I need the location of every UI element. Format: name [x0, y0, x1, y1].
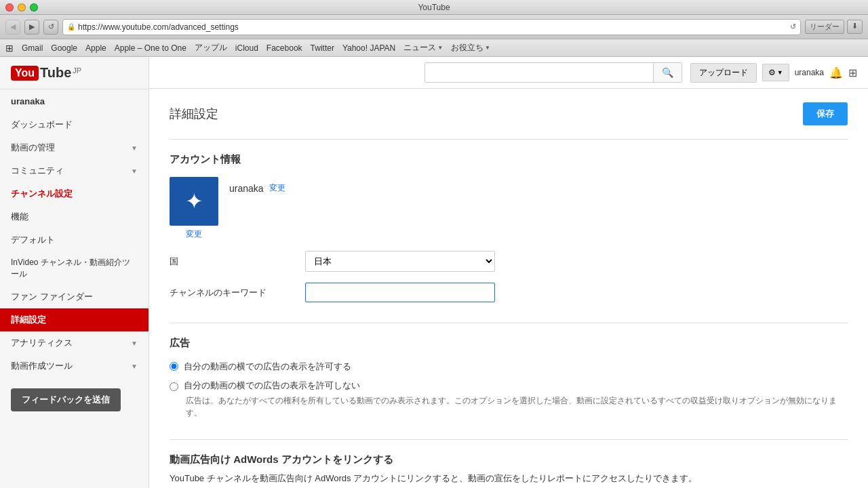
sidebar-username: uranaka: [0, 89, 149, 113]
forward-button[interactable]: ▶: [24, 20, 39, 35]
reload-icon: ↺: [790, 22, 796, 31]
sidebar-item-dashboard[interactable]: ダッシュボード: [0, 113, 149, 136]
bookmark-yahoo[interactable]: Yahoo! JAPAN: [342, 43, 395, 53]
window-controls[interactable]: [5, 3, 38, 12]
keyword-input[interactable]: [305, 283, 495, 302]
upload-button[interactable]: アップロード: [690, 63, 757, 83]
sidebar-item-videos[interactable]: 動画の管理 ▼: [0, 136, 149, 159]
title-bar: YouTube: [0, 0, 868, 15]
ad-option1-label: 自分の動画の横での広告の表示を許可する: [184, 361, 351, 373]
bookmark-news[interactable]: ニュース▼: [403, 42, 443, 54]
sidebar-item-features[interactable]: 機能: [0, 205, 149, 228]
sidebar-item-fan-finder[interactable]: ファン ファインダー: [0, 285, 149, 308]
chevron-down-icon: ▼: [485, 45, 490, 51]
chevron-down-icon: ▼: [131, 340, 138, 347]
address-bar[interactable]: 🔒 https://www.youtube.com/advanced_setti…: [62, 19, 801, 35]
refresh-button[interactable]: ↺: [43, 20, 58, 35]
ad-option2-description: 広告は、あなたがすべての権利を所有している動画でのみ表示されます。このオプション…: [186, 394, 848, 419]
ads-section: 広告 自分の動画の横での広告の表示を許可する 自分の動画の横での広告の表示を許可…: [170, 337, 848, 419]
close-button[interactable]: [5, 3, 14, 12]
avatar-container: ✦ 変更: [170, 177, 218, 240]
bookmark-grid-icon[interactable]: ⊞: [5, 43, 14, 54]
apps-grid-icon[interactable]: ⊞: [848, 66, 857, 79]
keyword-form-row: チャンネルのキーワード: [170, 283, 848, 302]
search-input[interactable]: [425, 64, 653, 82]
bookmark-icloud[interactable]: iCloud: [235, 43, 258, 53]
bookmark-gmail[interactable]: Gmail: [22, 43, 43, 53]
browser-right-buttons: リーダー ⬇: [805, 20, 863, 34]
country-select[interactable]: 日本 アメリカ その他: [305, 251, 495, 272]
chevron-down-icon: ▼: [131, 167, 138, 175]
country-form-row: 国 日本 アメリカ その他: [170, 251, 848, 272]
maximize-button[interactable]: [30, 3, 38, 12]
sidebar-item-advanced[interactable]: 詳細設定: [0, 308, 149, 331]
adwords-section: 動画広告向け AdWords アカウントをリンクする YouTube チャンネル…: [170, 453, 848, 488]
account-section-title: アカウント情報: [170, 153, 848, 166]
feedback-button[interactable]: フィードバックを送信: [11, 388, 121, 411]
divider3: [170, 439, 848, 440]
yt-jp: JP: [73, 66, 81, 75]
avatar-change-link[interactable]: 変更: [170, 228, 218, 240]
account-name-row: uranaka 変更: [229, 177, 285, 194]
ad-option1-item: 自分の動画の横での広告の表示を許可する: [170, 361, 848, 373]
bookmark-facebook[interactable]: Facebook: [267, 43, 302, 53]
ad-option2-radio[interactable]: [170, 382, 178, 391]
bookmarks-bar: ⊞ Gmail Google Apple Apple – One to One …: [0, 39, 868, 57]
download-button[interactable]: ⬇: [847, 20, 863, 34]
yt-text: Tube: [40, 65, 71, 81]
account-section: アカウント情報 ✦ 変更 uranaka 変更 国: [170, 153, 848, 302]
chevron-down-icon: ▼: [131, 144, 138, 152]
bookmark-apple[interactable]: Apple: [85, 43, 106, 53]
country-select-container: 日本 アメリカ その他: [305, 251, 495, 272]
ssl-icon: 🔒: [67, 23, 75, 30]
ad-radio-group: 自分の動画の横での広告の表示を許可する 自分の動画の横での広告の表示を許可しない…: [170, 361, 848, 419]
page-header: 詳細設定 保存: [170, 102, 848, 125]
settings-button[interactable]: ⚙ ▼: [762, 64, 789, 81]
sidebar: You Tube JP uranaka ダッシュボード 動画の管理 ▼ コミュニ…: [0, 57, 149, 488]
yt-icon: You: [11, 66, 39, 81]
adwords-description: YouTube チャンネルを動画広告向け AdWords アカウントにリンクする…: [170, 472, 848, 486]
main-layout: You Tube JP uranaka ダッシュボード 動画の管理 ▼ コミュニ…: [0, 57, 868, 488]
content-area: 🔍 アップロード ⚙ ▼ uranaka 🔔 ⊞ 詳細設定 保存: [149, 57, 868, 488]
username-change-link[interactable]: 変更: [269, 182, 285, 194]
sidebar-item-creation-tools[interactable]: 動画作成ツール ▼: [0, 354, 149, 378]
bookmark-useful[interactable]: お役立ち▼: [451, 42, 490, 54]
search-bar[interactable]: 🔍: [425, 62, 682, 83]
divider2: [170, 323, 848, 323]
window-title: YouTube: [418, 3, 450, 12]
bookmark-applejp[interactable]: アップル: [195, 42, 227, 54]
ad-option2-item: 自分の動画の横での広告の表示を許可しない 広告は、あなたがすべての権利を所有して…: [170, 380, 848, 419]
page-content: 詳細設定 保存 アカウント情報 ✦ 変更 uranaka 変更: [149, 89, 868, 488]
avatar: ✦: [170, 177, 218, 226]
sidebar-item-invideo[interactable]: InVideo チャンネル・動画紹介ツール: [0, 251, 149, 285]
minimize-button[interactable]: [18, 3, 26, 12]
bookmark-google[interactable]: Google: [51, 43, 77, 53]
chevron-down-icon: ▼: [131, 363, 138, 370]
reader-button[interactable]: リーダー: [805, 20, 844, 34]
adwords-title: 動画広告向け AdWords アカウントをリンクする: [170, 453, 848, 466]
browser-chrome: ◀ ▶ ↺ 🔒 https://www.youtube.com/advanced…: [0, 15, 868, 39]
ad-option1-radio[interactable]: [170, 362, 178, 371]
logo-container: You Tube JP: [11, 65, 81, 81]
url-text: https://www.youtube.com/advanced_setting…: [78, 22, 787, 32]
account-info-row: ✦ 変更 uranaka 変更: [170, 177, 848, 240]
divider: [170, 139, 848, 140]
sidebar-item-default[interactable]: デフォルト: [0, 228, 149, 251]
search-button[interactable]: 🔍: [653, 63, 682, 82]
back-button[interactable]: ◀: [5, 20, 20, 35]
yt-header: 🔍 アップロード ⚙ ▼ uranaka 🔔 ⊞: [149, 57, 868, 89]
sidebar-item-channel-settings[interactable]: チャンネル設定: [0, 182, 149, 205]
bookmark-apple-one[interactable]: Apple – One to One: [115, 43, 186, 53]
save-button[interactable]: 保存: [803, 102, 848, 125]
bookmark-twitter[interactable]: Twitter: [311, 43, 334, 53]
sidebar-item-community[interactable]: コミュニティ ▼: [0, 159, 149, 182]
youtube-logo[interactable]: You Tube JP: [0, 57, 149, 89]
ad-option2-label: 自分の動画の横での広告の表示を許可しない: [184, 380, 360, 392]
bell-icon[interactable]: 🔔: [829, 66, 843, 79]
header-right: アップロード ⚙ ▼ uranaka 🔔 ⊞: [690, 63, 857, 83]
chevron-down-icon: ▼: [437, 45, 443, 51]
header-username[interactable]: uranaka: [795, 68, 824, 77]
page-title: 詳細設定: [170, 106, 218, 122]
country-label: 国: [170, 256, 305, 268]
sidebar-item-analytics[interactable]: アナリティクス ▼: [0, 331, 149, 354]
